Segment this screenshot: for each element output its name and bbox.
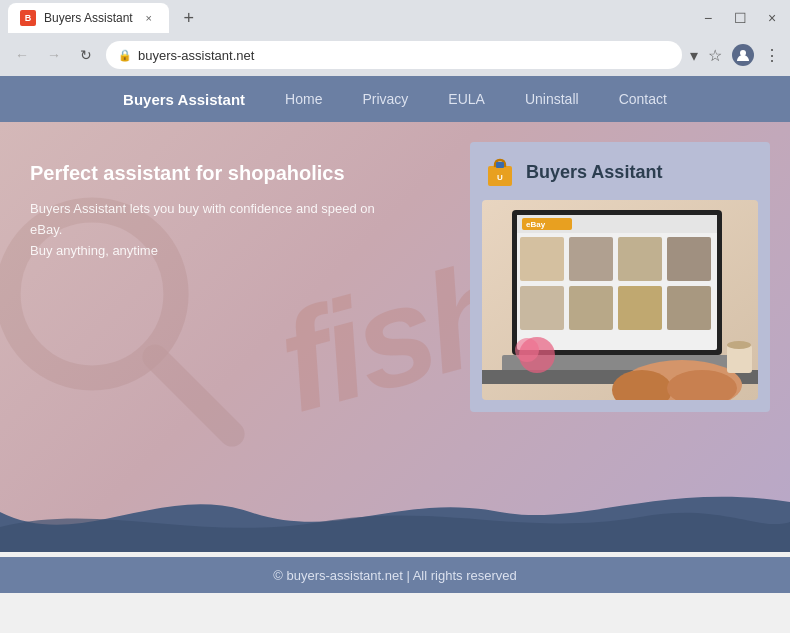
title-bar: B Buyers Assistant × + − ☐ × [0, 0, 790, 36]
hero-section: fish Perfect assistant for shopaholics B… [0, 122, 790, 552]
window-controls: − ☐ × [698, 10, 782, 26]
toolbar-right: ▾ ☆ ⋮ [690, 44, 780, 66]
back-button[interactable]: ← [10, 43, 34, 67]
svg-rect-17 [618, 286, 662, 330]
svg-text:U: U [497, 173, 503, 182]
close-window-button[interactable]: × [762, 10, 782, 26]
laptop-image: eBay [482, 200, 758, 400]
refresh-button[interactable]: ↻ [74, 43, 98, 67]
nav-brand: Buyers Assistant [123, 91, 245, 108]
wave-decoration [0, 472, 790, 552]
svg-point-25 [515, 338, 539, 362]
svg-text:eBay: eBay [526, 220, 546, 229]
nav-privacy[interactable]: Privacy [362, 91, 408, 107]
lock-icon: 🔒 [118, 49, 132, 62]
hero-subtitle: Buyers Assistant lets you buy with confi… [30, 199, 390, 261]
site-footer: © buyers-assistant.net | All rights rese… [0, 557, 790, 593]
minimize-button[interactable]: − [698, 10, 718, 26]
product-card-title: Buyers Assitant [526, 162, 662, 183]
tab-close-button[interactable]: × [141, 10, 157, 26]
svg-rect-26 [727, 345, 752, 373]
svg-rect-15 [520, 286, 564, 330]
product-card: U Buyers Assitant eBay [470, 142, 770, 412]
bookmark-icon[interactable]: ☆ [708, 46, 722, 65]
nav-contact[interactable]: Contact [619, 91, 667, 107]
address-input[interactable]: 🔒 buyers-assistant.net [106, 41, 682, 69]
nav-home[interactable]: Home [285, 91, 322, 107]
maximize-button[interactable]: ☐ [730, 10, 750, 26]
new-tab-button[interactable]: + [175, 4, 203, 32]
address-bar: ← → ↻ 🔒 buyers-assistant.net ▾ ☆ ⋮ [0, 36, 790, 76]
dropdown-icon[interactable]: ▾ [690, 46, 698, 65]
nav-uninstall[interactable]: Uninstall [525, 91, 579, 107]
svg-rect-16 [569, 286, 613, 330]
shopping-bag-icon: U [482, 154, 518, 190]
svg-rect-14 [667, 237, 711, 281]
tab-favicon: B [20, 10, 36, 26]
svg-rect-13 [618, 237, 662, 281]
hero-title: Perfect assistant for shopaholics [30, 162, 390, 185]
svg-line-2 [155, 357, 232, 434]
site-navigation: Buyers Assistant Home Privacy EULA Unins… [0, 76, 790, 122]
footer-text: © buyers-assistant.net | All rights rese… [273, 568, 516, 583]
browser-tab[interactable]: B Buyers Assistant × [8, 3, 169, 33]
profile-button[interactable] [732, 44, 754, 66]
hero-text-content: Perfect assistant for shopaholics Buyers… [30, 162, 390, 261]
title-bar-left: B Buyers Assistant × + [8, 3, 203, 33]
svg-rect-11 [520, 237, 564, 281]
laptop-svg: eBay [482, 200, 758, 400]
svg-rect-18 [667, 286, 711, 330]
url-text: buyers-assistant.net [138, 48, 670, 63]
nav-eula[interactable]: EULA [448, 91, 485, 107]
more-options-icon[interactable]: ⋮ [764, 46, 780, 65]
forward-button[interactable]: → [42, 43, 66, 67]
svg-rect-12 [569, 237, 613, 281]
product-card-header: U Buyers Assitant [482, 154, 758, 190]
website-content: Buyers Assistant Home Privacy EULA Unins… [0, 76, 790, 593]
browser-chrome: B Buyers Assistant × + − ☐ × ← → ↻ 🔒 buy… [0, 0, 790, 76]
svg-point-27 [727, 341, 751, 349]
svg-rect-4 [496, 162, 504, 168]
tab-title: Buyers Assistant [44, 11, 133, 25]
